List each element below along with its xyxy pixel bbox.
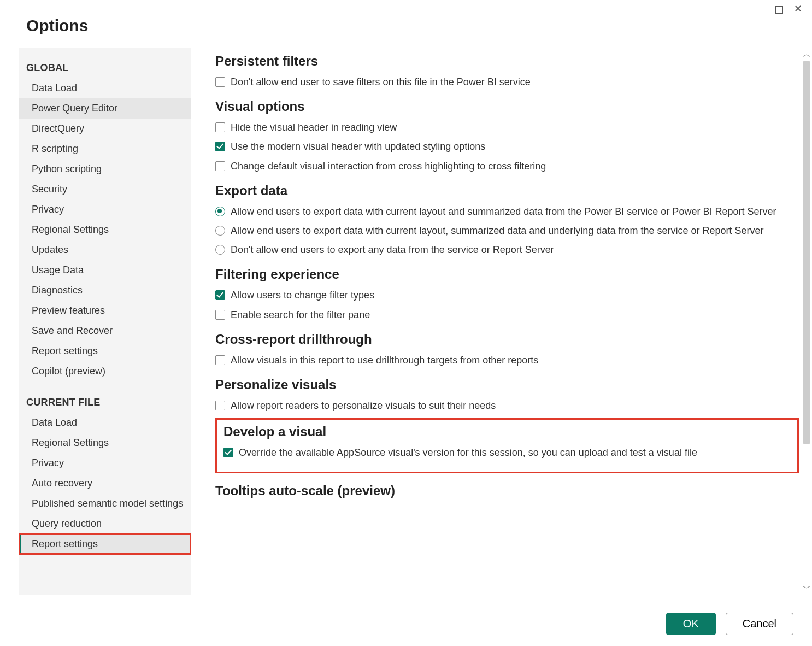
checkbox-icon[interactable] (215, 77, 225, 87)
option-export-summarized[interactable]: Allow end users to export data with curr… (215, 205, 799, 219)
option-enable-search-filter-pane[interactable]: Enable search for the filter pane (215, 308, 799, 322)
sidebar: GLOBAL Data Load Power Query Editor Dire… (19, 48, 191, 595)
checkbox-icon[interactable] (215, 401, 225, 410)
close-icon[interactable]: ✕ (794, 4, 802, 16)
sidebar-item-save-and-recover[interactable]: Save and Recover (19, 321, 191, 341)
sidebar-item-updates[interactable]: Updates (19, 240, 191, 260)
section-title-tooltips-autoscale: Tooltips auto-scale (preview) (215, 483, 799, 498)
option-label: Change default visual interaction from c… (231, 160, 546, 173)
checkbox-icon[interactable] (223, 448, 233, 457)
option-label: Override the available AppSource visual'… (239, 446, 697, 460)
dialog-title: Options (0, 0, 812, 48)
option-modern-visual-header[interactable]: Use the modern visual header with update… (215, 140, 799, 154)
checkbox-icon[interactable] (215, 161, 225, 171)
checkbox-icon[interactable] (215, 142, 225, 151)
section-title-export-data: Export data (215, 183, 799, 198)
option-allow-personalize-visuals[interactable]: Allow report readers to personalize visu… (215, 399, 799, 413)
checkbox-icon[interactable] (215, 310, 225, 320)
option-allow-cross-report-drillthrough[interactable]: Allow visuals in this report to use dril… (215, 354, 799, 367)
option-label: Use the modern visual header with update… (231, 140, 485, 154)
sidebar-item-power-query-editor[interactable]: Power Query Editor (19, 98, 191, 119)
section-title-develop-visual: Develop a visual (223, 424, 791, 439)
checkbox-icon[interactable] (215, 290, 225, 300)
section-title-filtering-experience: Filtering experience (215, 267, 799, 282)
option-persistent-dont-allow[interactable]: Don't allow end user to save filters on … (215, 75, 799, 89)
sidebar-item-published-semantic-model-settings[interactable]: Published semantic model settings (19, 494, 191, 514)
option-label: Allow users to change filter types (231, 289, 374, 302)
option-change-default-interaction[interactable]: Change default visual interaction from c… (215, 160, 799, 173)
sidebar-item-security[interactable]: Security (19, 179, 191, 199)
sidebar-item-report-settings-global[interactable]: Report settings (19, 341, 191, 361)
option-label: Enable search for the filter pane (231, 308, 370, 322)
scrollbar[interactable]: ︿ ﹀ (801, 48, 812, 595)
titlebar-controls: ✕ (775, 4, 802, 16)
maximize-icon[interactable] (775, 4, 783, 16)
option-label: Hide the visual header in reading view (231, 121, 397, 134)
content-pane: Persistent filters Don't allow end user … (191, 48, 812, 595)
sidebar-item-data-load-current[interactable]: Data Load (19, 413, 191, 433)
cancel-button[interactable]: Cancel (726, 613, 793, 635)
sidebar-item-data-load-global[interactable]: Data Load (19, 78, 191, 98)
sidebar-item-auto-recovery[interactable]: Auto recovery (19, 473, 191, 494)
sidebar-item-directquery[interactable]: DirectQuery (19, 119, 191, 139)
sidebar-item-privacy-current[interactable]: Privacy (19, 453, 191, 473)
scroll-down-icon[interactable]: ﹀ (803, 583, 811, 594)
option-label: Don't allow end users to export any data… (231, 243, 554, 257)
checkbox-icon[interactable] (215, 122, 225, 132)
dialog-body: GLOBAL Data Load Power Query Editor Dire… (0, 48, 812, 595)
radio-icon[interactable] (215, 226, 225, 236)
radio-icon[interactable] (215, 207, 225, 216)
sidebar-item-usage-data[interactable]: Usage Data (19, 260, 191, 280)
section-title-persistent-filters: Persistent filters (215, 54, 799, 69)
highlight-develop-visual: Develop a visual Override the available … (215, 418, 799, 473)
radio-icon[interactable] (215, 245, 225, 255)
option-label: Allow visuals in this report to use dril… (231, 354, 538, 367)
option-label: Allow report readers to personalize visu… (231, 399, 496, 413)
section-title-personalize-visuals: Personalize visuals (215, 377, 799, 392)
option-label: Allow end users to export data with curr… (231, 205, 776, 219)
sidebar-item-r-scripting[interactable]: R scripting (19, 139, 191, 159)
section-title-visual-options: Visual options (215, 99, 799, 114)
option-allow-change-filter-types[interactable]: Allow users to change filter types (215, 289, 799, 302)
checkbox-icon[interactable] (215, 355, 225, 365)
scroll-up-icon[interactable]: ︿ (803, 49, 811, 60)
sidebar-item-diagnostics[interactable]: Diagnostics (19, 280, 191, 301)
option-hide-visual-header[interactable]: Hide the visual header in reading view (215, 121, 799, 134)
sidebar-item-privacy-global[interactable]: Privacy (19, 199, 191, 220)
option-override-appsource-visual[interactable]: Override the available AppSource visual'… (223, 446, 791, 460)
dialog-footer: OK Cancel (666, 613, 793, 635)
sidebar-item-preview-features[interactable]: Preview features (19, 301, 191, 321)
sidebar-item-report-settings-current[interactable]: Report settings (19, 534, 191, 554)
scroll-thumb[interactable] (803, 61, 810, 444)
sidebar-item-query-reduction[interactable]: Query reduction (19, 514, 191, 534)
sidebar-item-regional-settings-current[interactable]: Regional Settings (19, 433, 191, 453)
sidebar-item-regional-settings-global[interactable]: Regional Settings (19, 220, 191, 240)
section-title-cross-report-drillthrough: Cross-report drillthrough (215, 332, 799, 347)
sidebar-heading-global: GLOBAL (19, 57, 191, 78)
sidebar-heading-current-file: CURRENT FILE (19, 391, 191, 413)
option-export-none[interactable]: Don't allow end users to export any data… (215, 243, 799, 257)
option-label: Allow end users to export data with curr… (231, 224, 763, 238)
sidebar-item-python-scripting[interactable]: Python scripting (19, 159, 191, 179)
option-label: Don't allow end user to save filters on … (231, 75, 531, 89)
sidebar-item-copilot-preview[interactable]: Copilot (preview) (19, 361, 191, 381)
option-export-underlying[interactable]: Allow end users to export data with curr… (215, 224, 799, 238)
ok-button[interactable]: OK (666, 613, 716, 635)
